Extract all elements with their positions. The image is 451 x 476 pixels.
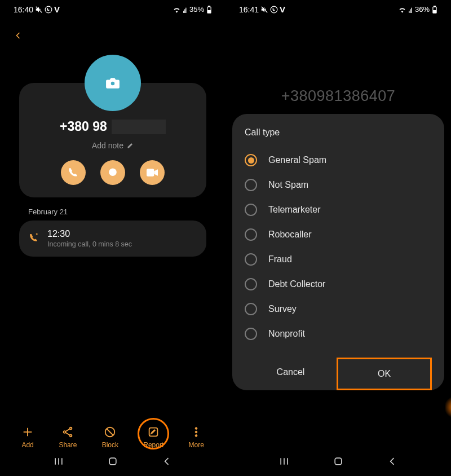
radio-label: Robocaller bbox=[268, 230, 311, 240]
svg-point-1 bbox=[45, 6, 52, 13]
svg-line-20 bbox=[107, 429, 113, 435]
home-icon[interactable] bbox=[333, 456, 344, 467]
chevron-left-icon bbox=[12, 30, 24, 41]
call-time: 12:30 bbox=[47, 229, 132, 239]
system-nav-bar bbox=[226, 452, 451, 470]
radio-label: Debt Collector bbox=[268, 279, 325, 289]
radio-label: Telemarketer bbox=[268, 205, 320, 215]
contact-avatar[interactable] bbox=[85, 55, 141, 111]
mute-icon bbox=[260, 6, 268, 14]
radio-circle-icon bbox=[245, 228, 257, 241]
whatsapp-icon bbox=[270, 6, 278, 14]
svg-line-17 bbox=[66, 429, 70, 432]
signal-icon bbox=[409, 6, 413, 13]
phone-icon bbox=[68, 168, 78, 178]
whatsapp-icon bbox=[45, 6, 52, 14]
svg-point-22 bbox=[195, 427, 197, 430]
radio-option[interactable]: Debt Collector bbox=[245, 272, 432, 297]
video-icon bbox=[147, 169, 158, 177]
recent-apps-icon[interactable] bbox=[278, 456, 290, 467]
block-label: Block bbox=[102, 441, 118, 449]
share-icon bbox=[61, 426, 74, 438]
radio-option[interactable]: Nonprofit bbox=[245, 321, 432, 346]
status-bar: 16:40 V 35% bbox=[0, 0, 226, 16]
add-label: Add bbox=[21, 441, 33, 449]
svg-rect-7 bbox=[208, 10, 211, 12]
radio-circle-icon bbox=[245, 303, 257, 315]
radio-list: General SpamNot SpamTelemarketerRobocall… bbox=[245, 148, 432, 346]
glow-decoration bbox=[445, 395, 451, 420]
svg-rect-2 bbox=[183, 11, 184, 13]
phone-number-redacted bbox=[112, 120, 166, 134]
contact-detail-screen: 16:40 V 35% +380 98 Add note bbox=[0, 0, 226, 476]
video-call-button[interactable] bbox=[140, 160, 165, 185]
svg-rect-31 bbox=[409, 11, 409, 13]
system-nav-bar bbox=[0, 452, 226, 470]
battery-icon bbox=[432, 6, 437, 14]
more-button[interactable]: More bbox=[189, 426, 204, 449]
report-button[interactable]: Report bbox=[143, 426, 163, 449]
svg-point-9 bbox=[109, 169, 117, 177]
message-icon bbox=[108, 168, 118, 178]
add-note-label: Add note bbox=[92, 141, 123, 150]
ok-button[interactable]: OK bbox=[337, 358, 432, 390]
svg-rect-10 bbox=[147, 169, 154, 176]
status-time: 16:41 bbox=[239, 5, 259, 14]
home-icon[interactable] bbox=[107, 456, 118, 467]
share-button[interactable]: Share bbox=[59, 426, 77, 449]
back-icon[interactable] bbox=[387, 456, 398, 467]
block-button[interactable]: Block bbox=[102, 426, 118, 449]
radio-option[interactable]: Telemarketer bbox=[245, 197, 432, 222]
add-button[interactable]: Add bbox=[21, 426, 34, 449]
svg-rect-36 bbox=[434, 10, 436, 12]
radio-label: General Spam bbox=[268, 155, 326, 165]
highlight-report bbox=[138, 418, 169, 449]
svg-rect-3 bbox=[184, 9, 185, 13]
radio-circle-icon bbox=[245, 278, 257, 290]
action-row bbox=[30, 160, 195, 185]
radio-circle-icon bbox=[245, 253, 257, 266]
status-battery: 36% bbox=[415, 5, 430, 14]
radio-option[interactable]: General Spam bbox=[245, 148, 432, 173]
radio-circle-icon bbox=[245, 328, 257, 340]
radio-option[interactable]: Not Spam bbox=[245, 173, 432, 197]
block-icon bbox=[104, 426, 116, 438]
radio-circle-icon bbox=[245, 204, 257, 216]
incoming-call-icon bbox=[29, 233, 39, 245]
status-time: 16:40 bbox=[14, 5, 33, 14]
status-battery: 35% bbox=[189, 5, 204, 14]
battery-icon bbox=[206, 6, 212, 14]
recent-apps-icon[interactable] bbox=[53, 456, 64, 467]
svg-rect-33 bbox=[411, 7, 412, 12]
cancel-button[interactable]: Cancel bbox=[245, 358, 337, 390]
status-icons-left: V bbox=[35, 5, 60, 14]
status-bar: 16:41 V 36% bbox=[226, 0, 451, 16]
more-label: More bbox=[189, 441, 204, 449]
message-button[interactable] bbox=[100, 160, 125, 185]
call-log-item[interactable]: 12:30 Incoming call, 0 mins 8 sec bbox=[19, 221, 206, 257]
call-detail: Incoming call, 0 mins 8 sec bbox=[47, 240, 132, 248]
back-icon[interactable] bbox=[161, 456, 173, 467]
svg-point-8 bbox=[111, 82, 115, 86]
radio-option[interactable]: Robocaller bbox=[245, 222, 432, 247]
pencil-icon bbox=[127, 142, 134, 149]
more-icon bbox=[190, 426, 202, 438]
report-dialog-screen: 16:41 V 36% +380981386407 Call type Gene… bbox=[226, 0, 451, 476]
date-header: February 21 bbox=[28, 208, 197, 216]
radio-option[interactable]: Survey bbox=[245, 297, 432, 321]
dialog-title: Call type bbox=[245, 127, 432, 138]
wifi-icon bbox=[173, 6, 181, 13]
svg-line-18 bbox=[66, 433, 70, 435]
svg-rect-35 bbox=[434, 6, 435, 7]
radio-option[interactable]: Fraud bbox=[245, 247, 432, 272]
back-button[interactable] bbox=[0, 16, 226, 47]
call-button[interactable] bbox=[61, 160, 86, 185]
plus-icon bbox=[21, 426, 34, 438]
svg-rect-32 bbox=[410, 9, 410, 13]
svg-point-14 bbox=[70, 427, 72, 430]
svg-rect-28 bbox=[109, 458, 116, 465]
radio-label: Fraud bbox=[268, 254, 292, 265]
svg-point-16 bbox=[70, 435, 72, 437]
wifi-icon bbox=[398, 6, 406, 13]
add-note-button[interactable]: Add note bbox=[30, 141, 195, 150]
